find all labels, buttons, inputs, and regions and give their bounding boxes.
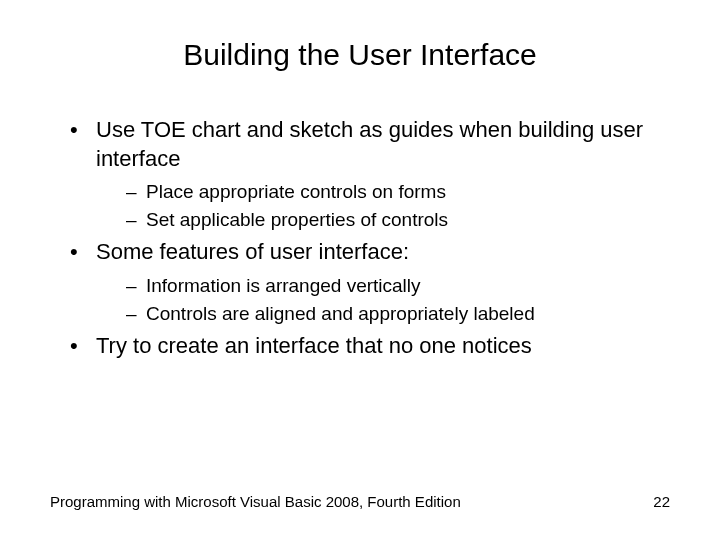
sub-bullet-list: Place appropriate controls on forms Set … — [96, 179, 670, 232]
slide-footer: Programming with Microsoft Visual Basic … — [50, 493, 670, 510]
bullet-item: Some features of user interface: Informa… — [70, 238, 670, 326]
sub-bullet-item: Controls are aligned and appropriately l… — [126, 301, 670, 327]
sub-bullet-item: Place appropriate controls on forms — [126, 179, 670, 205]
slide-title: Building the User Interface — [50, 38, 670, 72]
footer-left: Programming with Microsoft Visual Basic … — [50, 493, 461, 510]
bullet-text: Try to create an interface that no one n… — [96, 333, 532, 358]
bullet-item: Use TOE chart and sketch as guides when … — [70, 116, 670, 232]
page-number: 22 — [653, 493, 670, 510]
slide: Building the User Interface Use TOE char… — [0, 0, 720, 540]
sub-bullet-item: Set applicable properties of controls — [126, 207, 670, 233]
bullet-text: Some features of user interface: — [96, 239, 409, 264]
bullet-item: Try to create an interface that no one n… — [70, 332, 670, 361]
sub-bullet-item: Information is arranged vertically — [126, 273, 670, 299]
bullet-text: Use TOE chart and sketch as guides when … — [96, 117, 643, 171]
sub-bullet-list: Information is arranged vertically Contr… — [96, 273, 670, 326]
bullet-list: Use TOE chart and sketch as guides when … — [50, 116, 670, 361]
